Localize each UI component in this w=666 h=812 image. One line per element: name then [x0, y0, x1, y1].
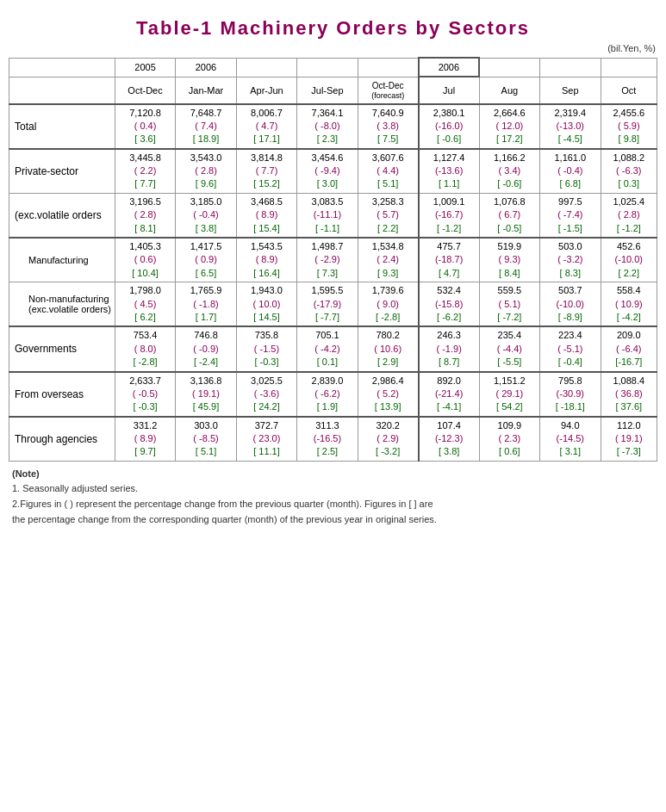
data-cell: 235.4( -4.4)[ -5.5] [479, 326, 539, 371]
main-table: 2005 2006 2006 Oct-Dec Jan-Mar Apr-Jun J… [9, 57, 657, 462]
header-row-2: Oct-Dec Jan-Mar Apr-Jun Jul-Sep Oct-Dec(… [9, 77, 657, 104]
data-cell: 209.0( -6.4)[-16.7] [601, 326, 657, 371]
data-cell: 559.5( 5.1)[ -7.2] [479, 282, 539, 327]
note-line: (Note) [12, 467, 657, 482]
row-label-cell: Non-manufacturing(exc.volatile orders) [9, 282, 115, 327]
data-cell: 107.4(-12.3)[ 3.8] [419, 417, 479, 462]
data-cell: 1,534.8( 2.4)[ 9.3] [358, 238, 418, 282]
data-cell: 2,319.4(-13.0)[ -4.5] [540, 104, 601, 149]
header-empty-4 [358, 58, 418, 77]
table-row: Non-manufacturing(exc.volatile orders)1,… [9, 282, 657, 327]
table-body: Total7,120.8( 0.4)[ 3.6]7,648.7( 7.4)[ 1… [9, 104, 657, 462]
data-cell: 1,076.8( 6.7)[ -0.5] [479, 193, 539, 238]
data-cell: 7,640.9( 3.8)[ 7.5] [358, 104, 418, 149]
table-row: (exc.volatile orders3,196.5( 2.8)[ 8.1]3… [9, 193, 657, 238]
header-oct-dec-forecast: Oct-Dec(forecast) [358, 77, 418, 104]
data-cell: 2,986.4( 5.2)[ 13.9] [358, 372, 418, 417]
data-cell: 2,380.1(-16.0)[ -0.6] [419, 104, 479, 149]
data-cell: 3,445.8( 2.2)[ 7.7] [115, 149, 175, 194]
row-label-cell: Total [9, 104, 115, 149]
header-2005: 2005 [115, 58, 175, 77]
row-label-cell: Governments [9, 326, 115, 371]
header-sep: Sep [540, 77, 601, 104]
note-line: 2.Figures in ( ) represent the percentag… [12, 497, 657, 512]
table-row: Governments753.4( 8.0)[ -2.8]746.8( -0.9… [9, 326, 657, 371]
row-label-cell: Through agencies [9, 417, 115, 462]
header-oct-empty [601, 58, 657, 77]
header-row-1: 2005 2006 2006 [9, 58, 657, 77]
data-cell: 372.7( 23.0)[ 11.1] [236, 417, 296, 462]
row-label-cell: Private-sector [9, 149, 115, 194]
header-jul-sep: Jul-Sep [297, 77, 358, 104]
data-cell: 320.2( 2.9)[ -3.2] [358, 417, 418, 462]
header-2006: 2006 [419, 58, 479, 77]
data-cell: 795.8(-30.9)[ -18.1] [540, 372, 601, 417]
header-apr-jun: Apr-Jun [236, 77, 296, 104]
data-cell: 7,364.1( -8.0)[ 2.3] [297, 104, 358, 149]
data-cell: 475.7(-18.7)[ 4.7] [419, 238, 479, 282]
header-jul: Jul [419, 77, 479, 104]
data-cell: 1,595.5(-17.9)[ -7.7] [297, 282, 358, 327]
data-cell: 2,633.7( -0.5)[ -0.3] [115, 372, 175, 417]
data-cell: 997.5( -7.4)[ -1.5] [540, 193, 601, 238]
data-cell: 223.4( -5.1)[ -0.4] [540, 326, 601, 371]
data-cell: 558.4( 10.9)[ -4.2] [601, 282, 657, 327]
data-cell: 892.0(-21.4)[ -4.1] [419, 372, 479, 417]
data-cell: 1,151.2( 29.1)[ 54.2] [479, 372, 539, 417]
data-cell: 2,839.0( -6.2)[ 1.9] [297, 372, 358, 417]
header-aug-empty [479, 58, 539, 77]
data-cell: 3,196.5( 2.8)[ 8.1] [115, 193, 175, 238]
data-cell: 3,136.8( 19.1)[ 45.9] [176, 372, 236, 417]
row-label-cell: From overseas [9, 372, 115, 417]
header-empty-2 [236, 58, 296, 77]
row-label-cell: Manufacturing [9, 238, 115, 282]
header-empty-3 [297, 58, 358, 77]
table-row: Through agencies331.2( 8.9)[ 9.7]303.0( … [9, 417, 657, 462]
data-cell: 1,943.0( 10.0)[ 14.5] [236, 282, 296, 327]
data-cell: 452.6(-10.0)[ 2.2] [601, 238, 657, 282]
page-title: Table-1 Machinery Orders by Sectors [9, 17, 657, 40]
data-cell: 1,765.9( -1.8)[ 1.7] [176, 282, 236, 327]
data-cell: 753.4( 8.0)[ -2.8] [115, 326, 175, 371]
data-cell: 303.0( -8.5)[ 5.1] [176, 417, 236, 462]
data-cell: 2,455.6( 5.9)[ 9.8] [601, 104, 657, 149]
data-cell: 109.9( 2.3)[ 0.6] [479, 417, 539, 462]
data-cell: 1,417.5( 0.9)[ 6.5] [176, 238, 236, 282]
header-jan-mar: Jan-Mar [176, 77, 236, 104]
data-cell: 3,454.6( -9.4)[ 3.0] [297, 149, 358, 194]
note-line: the percentage change from the correspon… [12, 512, 657, 528]
data-cell: 1,009.1(-16.7)[ -1.2] [419, 193, 479, 238]
data-cell: 705.1( -4.2)[ 0.1] [297, 326, 358, 371]
unit-note: (bil.Yen, %) [9, 43, 657, 53]
data-cell: 746.8( -0.9)[ -2.4] [176, 326, 236, 371]
data-cell: 1,025.4( 2.8)[ -1.2] [601, 193, 657, 238]
data-cell: 1,166.2( 3.4)[ -0.6] [479, 149, 539, 194]
data-cell: 519.9( 9.3)[ 8.4] [479, 238, 539, 282]
note-line: 1. Seasonally adjusted series. [12, 481, 657, 497]
data-cell: 735.8( -1.5)[ -0.3] [236, 326, 296, 371]
header-oct: Oct [601, 77, 657, 104]
data-cell: 8,006.7( 4.7)[ 17.1] [236, 104, 296, 149]
data-cell: 1,088.4( 36.8)[ 37.6] [601, 372, 657, 417]
data-cell: 3,543.0( 2.8)[ 9.6] [176, 149, 236, 194]
data-cell: 331.2( 8.9)[ 9.7] [115, 417, 175, 462]
data-cell: 112.0( 19.1)[ -7.3] [601, 417, 657, 462]
data-cell: 3,258.3( 5.7)[ 2.2] [358, 193, 418, 238]
data-cell: 3,185.0( -0.4)[ 3.8] [176, 193, 236, 238]
data-cell: 1,405.3( 0.6)[ 10.4] [115, 238, 175, 282]
data-cell: 2,664.6( 12.0)[ 17.2] [479, 104, 539, 149]
data-cell: 1,798.0( 4.5)[ 6.2] [115, 282, 175, 327]
row-label-cell: (exc.volatile orders [9, 193, 115, 238]
data-cell: 3,468.5( 8.9)[ 15.4] [236, 193, 296, 238]
table-row: Private-sector3,445.8( 2.2)[ 7.7]3,543.0… [9, 149, 657, 194]
data-cell: 532.4(-15.8)[ -6.2] [419, 282, 479, 327]
header-oct-dec: Oct-Dec [115, 77, 175, 104]
header-aug: Aug [479, 77, 539, 104]
header-label-empty [9, 77, 115, 104]
notes-section: (Note)1. Seasonally adjusted series.2.Fi… [9, 467, 657, 527]
table-row: From overseas2,633.7( -0.5)[ -0.3]3,136.… [9, 372, 657, 417]
data-cell: 1,498.7( -2.9)[ 7.3] [297, 238, 358, 282]
data-cell: 246.3( -1.9)[ 8.7] [419, 326, 479, 371]
data-cell: 1,127.4(-13.6)[ 1.1] [419, 149, 479, 194]
data-cell: 7,120.8( 0.4)[ 3.6] [115, 104, 175, 149]
